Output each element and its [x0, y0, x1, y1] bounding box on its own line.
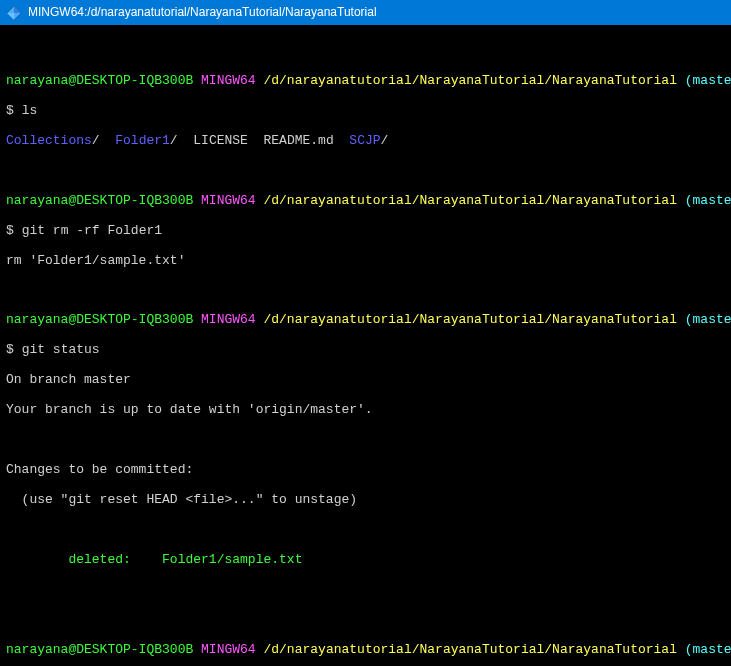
command-line: $ git status	[6, 343, 725, 358]
dollar-sign: $	[6, 342, 14, 357]
dollar-sign: $	[6, 223, 14, 238]
output-line: Your branch is up to date with 'origin/m…	[6, 403, 725, 418]
cwd-path: /d/narayanatutorial/NarayanaTutorial/Nar…	[263, 642, 676, 657]
blank-line	[6, 613, 725, 628]
output-line: rm 'Folder1/sample.txt'	[6, 254, 725, 269]
ls-dir: Folder1	[115, 133, 170, 148]
output-line: (use "git reset HEAD <file>..." to unsta…	[6, 493, 725, 508]
env-name: MINGW64	[201, 642, 256, 657]
git-branch: (master)	[685, 312, 731, 327]
ls-dir: SCJP	[349, 133, 380, 148]
ls-file: README.md	[264, 133, 334, 148]
user-host: narayana@DESKTOP-IQB300B	[6, 73, 193, 88]
user-host: narayana@DESKTOP-IQB300B	[6, 193, 193, 208]
user-host: narayana@DESKTOP-IQB300B	[6, 642, 193, 657]
cmd-git-status: git status	[22, 342, 100, 357]
git-branch: (master)	[685, 193, 731, 208]
ls-slash: /	[92, 133, 100, 148]
git-branch: (master)	[685, 73, 731, 88]
git-branch: (master)	[685, 642, 731, 657]
env-name: MINGW64	[201, 312, 256, 327]
command-line: $ git rm -rf Folder1	[6, 224, 725, 239]
window-title: MINGW64:/d/narayanatutorial/NarayanaTuto…	[28, 6, 377, 20]
cwd-path: /d/narayanatutorial/NarayanaTutorial/Nar…	[263, 312, 676, 327]
blank-line	[6, 523, 725, 538]
status-deleted: deleted: Folder1/sample.txt	[6, 553, 725, 568]
env-name: MINGW64	[201, 73, 256, 88]
prompt-line: narayana@DESKTOP-IQB300B MINGW64 /d/nara…	[6, 313, 725, 328]
cwd-path: /d/narayanatutorial/NarayanaTutorial/Nar…	[263, 73, 676, 88]
cwd-path: /d/narayanatutorial/NarayanaTutorial/Nar…	[263, 193, 676, 208]
window-titlebar: MINGW64:/d/narayanatutorial/NarayanaTuto…	[0, 0, 731, 25]
blank-line	[6, 283, 725, 298]
blank-line	[6, 433, 725, 448]
dollar-sign: $	[6, 103, 14, 118]
prompt-line: narayana@DESKTOP-IQB300B MINGW64 /d/nara…	[6, 74, 725, 89]
prompt-line: narayana@DESKTOP-IQB300B MINGW64 /d/nara…	[6, 194, 725, 209]
user-host: narayana@DESKTOP-IQB300B	[6, 312, 193, 327]
ls-slash: /	[170, 133, 178, 148]
ls-output: Collections/ Folder1/ LICENSE README.md …	[6, 134, 725, 149]
ls-file: LICENSE	[193, 133, 248, 148]
app-icon	[6, 5, 22, 21]
blank-line	[6, 583, 725, 598]
output-line: Changes to be committed:	[6, 463, 725, 478]
env-name: MINGW64	[201, 193, 256, 208]
output-line: On branch master	[6, 373, 725, 388]
command-line: $ ls	[6, 104, 725, 119]
cmd-git-rm: git rm -rf Folder1	[22, 223, 162, 238]
blank-line	[6, 44, 725, 59]
prompt-line: narayana@DESKTOP-IQB300B MINGW64 /d/nara…	[6, 643, 725, 658]
ls-dir: Collections	[6, 133, 92, 148]
blank-line	[6, 164, 725, 179]
cmd-ls: ls	[22, 103, 38, 118]
terminal-body[interactable]: narayana@DESKTOP-IQB300B MINGW64 /d/nara…	[0, 25, 731, 666]
ls-slash: /	[381, 133, 389, 148]
